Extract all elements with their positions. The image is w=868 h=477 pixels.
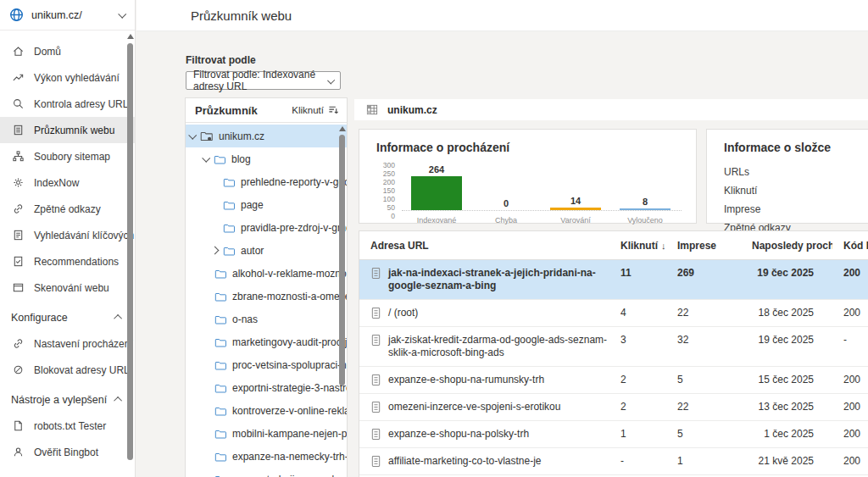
chart-plot-area: 2640148 [402,164,682,211]
chart-slot-varov-n: 14 [541,164,610,210]
chevron-down-icon[interactable] [189,133,200,139]
column-header-imprese[interactable]: Imprese [666,231,741,260]
tab-unikum[interactable]: unikum.cz [387,104,437,116]
column-header-naposledy-proch[interactable]: Naposledy proch... [741,231,832,260]
sidebar-item-nastaven-proch-zen[interactable]: Nastavení procházení [0,330,135,357]
tree-item-zbrane-moznosti-a-omezeni-pr[interactable]: zbrane-moznosti-a-omezeni-pr [186,285,347,308]
tree-item-pravidla-pre-zdroj-v-gmc[interactable]: pravidla-pre-zdroj-v-gmc [186,216,347,239]
explorer-panel: Průzkumník Kliknutí unikum.czblogprehled… [185,97,348,477]
topbar: Průzkumník webu [136,0,868,31]
url-cell[interactable]: / (root) [359,300,609,327]
page-title: Průzkumník webu [191,8,292,23]
y-tick-label: 200 [383,178,395,186]
y-tick-label: 300 [383,161,395,169]
last-crawl-cell: 18 čec 2025 [741,300,832,327]
bar-vylou-eno [620,208,670,210]
tree-item-label: pravidla-pre-zdroj-v-gmc [241,222,347,234]
chart-slot-vylou-eno: 8 [610,164,680,210]
tree-item-autor[interactable]: autor [186,239,347,262]
tree-item-alkohol-v-reklame-moznosti-a[interactable]: alkohol-v-reklame-moznosti-a- [186,262,347,285]
sidebar-section-zabezpe-en-a-soukr[interactable]: Zabezpečení a soukr... [0,469,135,477]
sidebar-item-pr-zkumn-k-webu[interactable]: Průzkumník webu [0,117,135,143]
window-icon [11,281,25,294]
site-selector[interactable]: unikum.cz/ [0,0,135,31]
sidebar-item-recommendations[interactable]: Recommendations [0,248,135,275]
site-selector-label: unikum.cz/ [31,9,112,21]
table-row[interactable]: / (root)42218 čec 2025200 [359,300,868,327]
url-cell[interactable]: jak-ziskat-kredit-zdarma-od-google-ads-s… [359,327,609,367]
table-row[interactable]: omezeni-inzerce-ve-spojeni-s-erotikou222… [359,394,868,421]
tree-item-expanze-na-nemecky-trh-jak-os[interactable]: expanze-na-nemecky-trh-jak-os [186,445,347,468]
sidebar-scrollbar[interactable] [126,32,135,477]
y-tick-label: 150 [383,186,395,195]
tree-item-unikum-cz[interactable]: unikum.cz [186,125,347,147]
column-header-kliknut[interactable]: Kliknutí↓ [609,231,666,260]
file-icon [11,419,25,432]
sidebar-item-indexnow[interactable]: IndexNow [0,169,135,196]
url-cell[interactable]: expanze-e-shopu-na-polsky-trh [359,421,609,448]
sidebar-item-label: Soubory sitemap [34,151,110,163]
column-header-adresa-url[interactable]: Adresa URL [359,231,609,260]
dockey-icon [11,229,25,241]
tree-item-label: unikum.cz [219,130,264,142]
tree-scrollbar[interactable] [338,125,347,477]
sidebar-item-skenov-n-webu[interactable]: Skenování webu [0,275,135,301]
table-row[interactable]: jak-ziskat-kredit-zdarma-od-google-ads-s… [359,327,868,367]
folder-icon [214,383,226,393]
sidebar-section-konfigurace[interactable]: Konfigurace [0,304,135,330]
folder-icon [223,200,235,210]
url-cell[interactable]: expanze-e-shopu-na-rumunsky-trh [359,367,609,394]
tree-item-blog[interactable]: blog [186,147,347,170]
tree-item-marketingovy-audit-proc-je-to[interactable]: marketingovy-audit-proc-je-to- [186,330,347,353]
impressions-cell: 5 [666,421,741,448]
sidebar-item-robots-txt-tester[interactable]: robots.txt Tester [0,413,135,439]
tree-item-proc-vetsina-spolupraci-nefung[interactable]: proc-vetsina-spolupraci-nefung [186,353,347,376]
tree-item-page[interactable]: page [186,193,347,216]
tree-item-proc-potrebuji-spravu-kampani[interactable]: proc-potrebuji-spravu-kampani [186,468,347,477]
sidebar-item-dom[interactable]: Domů [0,38,135,64]
scroll-up-icon[interactable] [339,126,346,131]
clicks-cell: 2 [609,367,666,394]
sidebar-item-kontrola-adresy-url[interactable]: Kontrola adresy URL [0,91,135,117]
url-cell[interactable]: affiliate-marketing-co-to-vlastne-je [359,448,609,475]
folder-icon [214,269,226,279]
table-row[interactable]: expanze-e-shopu-na-polsky-trh151 čec 202… [359,421,868,448]
table-row[interactable]: affiliate-marketing-co-to-vlastne-je-121… [359,448,868,475]
chevron-right-icon[interactable] [212,247,223,253]
sidebar-item-blokovat-adresy-url[interactable]: Blokovat adresy URL [0,357,135,383]
chevron-up-icon [114,397,122,405]
sidebar-item-soubory-sitemap[interactable]: Soubory sitemap [0,143,135,169]
scrollbar-thumb[interactable] [127,43,133,460]
clicks-cell: 3 [609,327,666,367]
sidebar-item-v-kon-vyhled-v-n[interactable]: Výkon vyhledávání [0,64,135,91]
tree-item-exportni-strategie-3-nastroje-g[interactable]: exportni-strategie-3-nastroje-g [186,376,347,399]
column-header-k-d-http[interactable]: Kód HTTP [832,231,868,260]
last-crawl-cell: 19 čec 2025 [741,260,832,300]
url-cell[interactable]: jak-na-indexaci-stranek-a-jejich-pridani… [359,260,609,300]
sidebar-item-vyhled-v-n-kl-ov-ch-sl[interactable]: Vyhledávání klíčových sl... [0,222,135,248]
scrollbar-thumb[interactable] [339,135,345,385]
tree-item-prehledne-reporty-v-google[interactable]: prehledne-reporty-v-google- [186,170,347,193]
url-cell[interactable]: omezeni-inzerce-ve-spojeni-s-erotikou [359,394,609,421]
chevron-down-icon[interactable] [203,156,214,162]
http-code-cell: 200 [832,448,868,475]
table-row[interactable]: expanze-e-shopu-na-rumunsky-trh2515 čec … [359,367,868,394]
crawl-card-title: Informace o procházení [359,130,696,154]
sidebar-item-zp-tn-odkazy[interactable]: Zpětné odkazy [0,196,135,222]
bar-varov-n [550,208,601,210]
sidebar-section-n-stroje-a-vylep-en[interactable]: Nástroje a vylepšení [0,386,135,413]
explorer-sort-button[interactable]: Kliknutí [292,105,339,115]
scroll-up-icon[interactable] [127,34,134,39]
sidebar-item-ov-it-bingbot[interactable]: Ověřit Bingbot [0,439,135,465]
document-icon [370,401,381,413]
tree-item-o-nas[interactable]: o-nas [186,308,347,330]
explorer-header: Průzkumník Kliknutí [186,98,347,123]
http-code-cell: 200 [832,367,868,394]
tree-item-mobilni-kampane-nejen-pred-v[interactable]: mobilni-kampane-nejen-pred-v [186,422,347,445]
table-row[interactable]: jak-na-indexaci-stranek-a-jejich-pridani… [359,260,868,300]
home-icon [11,45,25,58]
filter-dropdown[interactable]: Filtrovat podle: Indexované adresy URL [186,71,341,90]
tree-item-label: exportni-strategie-3-nastroje-g [232,382,347,394]
x-tick-label: Indexované [402,216,471,225]
tree-item-kontroverze-v-online-reklame[interactable]: kontroverze-v-online-reklame [186,399,347,422]
